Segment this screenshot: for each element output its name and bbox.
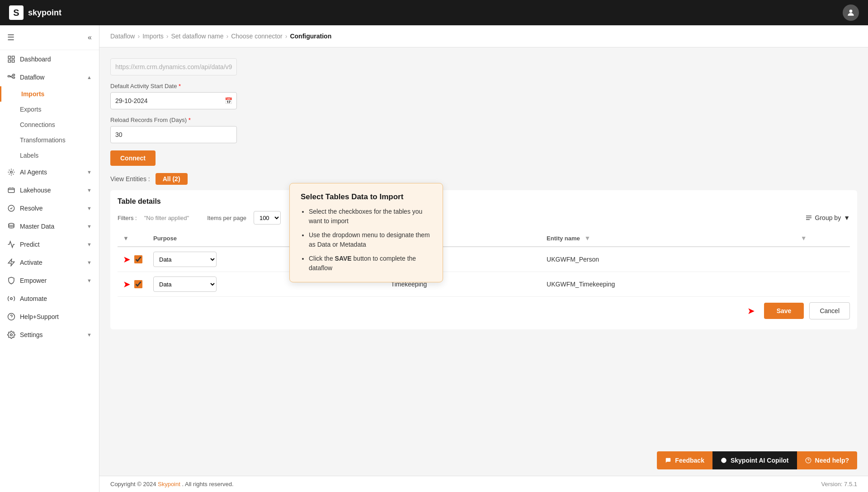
sidebar-item-resolve[interactable]: Resolve ▼ <box>0 199 99 217</box>
row1-entityname-cell: UKGWFM_Person <box>541 247 795 272</box>
table-filters-row: Filters : "No filter applied" Items per … <box>118 211 850 225</box>
collapse-icon[interactable]: « <box>88 33 92 42</box>
sidebar-item-activate[interactable]: Activate ▼ <box>0 253 99 272</box>
svg-rect-1 <box>8 56 10 58</box>
sidebar-sub-item-transformations[interactable]: Transformations <box>0 132 99 148</box>
breadcrumb-sep-2: › <box>166 33 169 40</box>
chevron-down-icon: ▼ <box>87 224 92 229</box>
activity-date-group: Default Activity Start Date * 📅 <box>110 83 857 109</box>
resolve-icon <box>7 204 15 212</box>
content-area: Default Activity Start Date * 📅 Reload R… <box>99 47 868 476</box>
row2-entityname-cell: UKGWFM_Timekeeping <box>541 272 795 297</box>
calendar-icon[interactable]: 📅 <box>225 97 232 104</box>
filters-value: "No filter applied" <box>144 215 189 221</box>
sidebar-item-label: Resolve <box>20 205 43 212</box>
th-check: ▼ <box>118 230 148 247</box>
sidebar-sub-item-labels[interactable]: Labels <box>0 148 99 163</box>
breadcrumb: Dataflow › Imports › Set dataflow name ›… <box>99 25 868 47</box>
reload-records-group: Reload Records From (Days) * <box>110 117 857 143</box>
reload-records-input[interactable] <box>110 126 237 143</box>
row1-checkbox[interactable] <box>134 255 142 263</box>
footer-brand-link[interactable]: Skypoint <box>158 481 180 487</box>
sidebar-item-label: AI Agents <box>20 169 47 176</box>
activity-date-input[interactable] <box>110 92 237 109</box>
sidebar-item-empower[interactable]: Empower ▼ <box>0 272 99 290</box>
row2-check-cell: ➤ <box>118 272 148 297</box>
breadcrumb-sep-3: › <box>226 33 228 40</box>
feedback-button[interactable]: Feedback <box>657 451 712 469</box>
all-badge[interactable]: All (2) <box>156 173 188 185</box>
tooltip-save-word: SAVE <box>335 255 352 262</box>
breadcrumb-dataflow[interactable]: Dataflow <box>110 33 135 40</box>
sidebar-item-ai-agents[interactable]: AI Agents ▼ <box>0 163 99 181</box>
connect-button[interactable]: Connect <box>110 150 156 166</box>
table-section: Table details Filters : "No filter appli… <box>110 190 857 329</box>
version-text: Version: 7.5.1 <box>821 481 858 487</box>
row2-extra-cell <box>795 272 850 297</box>
breadcrumb-set-dataflow[interactable]: Set dataflow name <box>171 33 224 40</box>
url-input[interactable] <box>110 58 237 75</box>
sidebar-item-master-data[interactable]: Master Data ▼ <box>0 217 99 235</box>
table-row: ➤ Data Metadata Ti <box>118 272 850 297</box>
reload-records-label: Reload Records From (Days) * <box>110 117 857 123</box>
row1-arrow-indicator: ➤ <box>123 254 131 265</box>
group-by-control[interactable]: Group by ▼ <box>805 214 850 221</box>
row2-purpose-select[interactable]: Data Metadata <box>153 276 217 292</box>
copilot-icon <box>721 457 727 464</box>
group-by-chevron: ▼ <box>844 214 850 221</box>
chevron-down-icon: ▼ <box>87 242 92 247</box>
breadcrumb-sep-4: › <box>285 33 288 40</box>
chevron-down-icon: ▼ <box>87 187 92 193</box>
row1-purpose-select[interactable]: Data Metadata <box>153 252 217 267</box>
hamburger-icon[interactable]: ☰ <box>7 33 14 42</box>
copilot-button[interactable]: Skypoint AI Copilot <box>712 451 797 469</box>
activity-date-label: Default Activity Start Date * <box>110 83 857 89</box>
sidebar-header: ☰ « <box>0 25 99 50</box>
svg-point-16 <box>10 334 13 336</box>
url-field-group <box>110 58 857 75</box>
predict-icon <box>7 240 15 248</box>
tooltip-item-3: Click the SAVE button to complete the da… <box>309 254 432 273</box>
svg-rect-4 <box>12 60 14 62</box>
chevron-down-icon: ▼ <box>87 169 92 175</box>
sidebar-item-label: Activate <box>20 259 42 266</box>
items-per-page-select[interactable]: 100 50 25 <box>254 211 281 225</box>
sidebar-item-settings[interactable]: Settings ▼ <box>0 326 99 344</box>
user-avatar[interactable] <box>843 5 859 21</box>
save-button[interactable]: Save <box>764 303 804 319</box>
floating-buttons: Feedback Skypoint AI Copilot Need help? <box>657 451 857 469</box>
cancel-button[interactable]: Cancel <box>809 302 850 319</box>
sidebar-item-label: Dashboard <box>20 56 51 63</box>
row2-checkbox[interactable] <box>134 280 142 288</box>
sidebar-item-automate[interactable]: Automate <box>0 290 99 308</box>
filters-label: Filters : <box>118 215 137 221</box>
breadcrumb-imports[interactable]: Imports <box>142 33 164 40</box>
sidebar-item-lakehouse[interactable]: Lakehouse ▼ <box>0 181 99 199</box>
sidebar-sub-item-imports[interactable]: Imports <box>0 86 99 102</box>
automate-icon <box>7 295 15 303</box>
chevron-up-icon: ▲ <box>87 75 92 80</box>
tooltip-item-1: Select the checkboxes for the tables you… <box>309 207 432 226</box>
table-header-row: ▼ Purpose File name ▼ Entity name <box>118 230 850 247</box>
app-logo: S skypoint <box>9 5 61 20</box>
th-actions-filter: ▼ <box>795 230 850 247</box>
breadcrumb-choose-connector[interactable]: Choose connector <box>231 33 283 40</box>
sidebar-item-dashboard[interactable]: Dashboard <box>0 50 99 68</box>
row1-extra-cell <box>795 247 850 272</box>
sidebar-sub-item-connections[interactable]: Connections <box>0 117 99 132</box>
sidebar-item-label: Empower <box>20 277 47 284</box>
entityname-filter-icon[interactable]: ▼ <box>584 234 590 242</box>
sidebar-sub-item-exports[interactable]: Exports <box>0 102 99 117</box>
row1-check-cell: ➤ <box>118 247 148 272</box>
help-button[interactable]: Need help? <box>797 451 857 469</box>
sidebar-item-predict[interactable]: Predict ▼ <box>0 235 99 253</box>
svg-point-8 <box>10 171 13 173</box>
table-filter-icon[interactable]: ▼ <box>801 234 807 242</box>
sidebar-item-label: Master Data <box>20 223 54 230</box>
chevron-down-icon: ▼ <box>87 260 92 265</box>
sidebar-item-dataflow[interactable]: Dataflow ▲ <box>0 68 99 86</box>
items-per-page-label: Items per page <box>207 215 246 221</box>
svg-point-13 <box>10 298 13 300</box>
sidebar-item-help-support[interactable]: Help+Support <box>0 308 99 326</box>
svg-rect-9 <box>8 188 14 193</box>
